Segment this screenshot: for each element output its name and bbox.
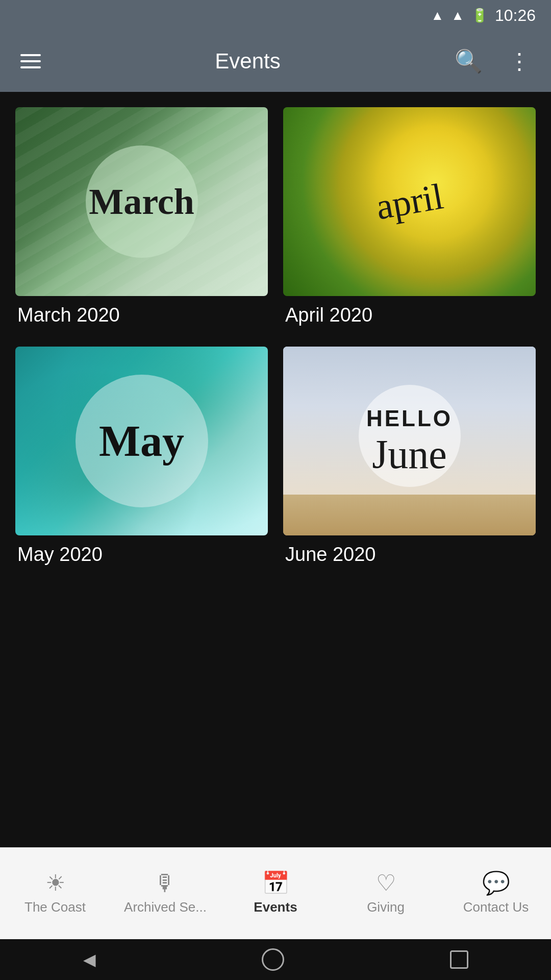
recents-square	[450, 950, 468, 969]
signal-icon: ▲	[451, 8, 464, 23]
june-hello-text: HELLO	[366, 405, 453, 432]
nav-item-the-coast[interactable]: ☀ The Coast	[0, 864, 110, 923]
may-circle: May	[76, 375, 208, 507]
event-card-march-2020[interactable]: March March 2020	[15, 107, 268, 326]
android-nav-bar: ◀	[0, 939, 551, 980]
home-circle	[262, 948, 284, 971]
heart-icon: ♡	[376, 872, 396, 894]
app-bar: Events 🔍 ⋮	[0, 31, 551, 92]
coast-icon: ☀	[45, 872, 65, 894]
event-label-april: April 2020	[283, 304, 536, 326]
nav-item-contact-us[interactable]: 💬 Contact Us	[441, 864, 551, 923]
event-image-march: March	[15, 107, 268, 296]
search-button[interactable]: 🔍	[449, 45, 488, 78]
hamburger-line	[20, 60, 41, 62]
event-label-june: June 2020	[283, 544, 536, 566]
nav-label-contact-us: Contact Us	[463, 899, 529, 915]
march-month-text: March	[89, 181, 194, 223]
android-home-button[interactable]	[262, 948, 284, 971]
nav-item-events[interactable]: 📅 Events	[220, 864, 331, 923]
nav-label-the-coast: The Coast	[24, 899, 86, 915]
events-grid: March March 2020 april April 2020 May Ma…	[15, 107, 536, 566]
wifi-icon: ▲	[431, 8, 444, 23]
nav-label-events: Events	[254, 899, 297, 915]
calendar-icon: 📅	[262, 872, 290, 894]
main-content: March March 2020 april April 2020 May Ma…	[0, 92, 551, 847]
may-month-text: May	[99, 415, 184, 467]
event-image-may: May	[15, 347, 268, 535]
event-label-may: May 2020	[15, 544, 268, 566]
battery-icon: 🔋	[471, 8, 488, 23]
page-title: Events	[61, 49, 434, 74]
event-image-june: HELLO June	[283, 347, 536, 535]
june-month-text: June	[366, 432, 453, 477]
nav-item-giving[interactable]: ♡ Giving	[331, 864, 441, 923]
android-back-button[interactable]: ◀	[83, 950, 96, 969]
nav-item-archived-sermons[interactable]: 🎙 Archived Se...	[110, 864, 220, 923]
nav-label-giving: Giving	[367, 899, 405, 915]
event-image-april: april	[283, 107, 536, 296]
nav-label-archived-sermons: Archived Se...	[124, 899, 207, 915]
more-options-button[interactable]: ⋮	[503, 45, 536, 78]
hamburger-menu-button[interactable]	[15, 49, 46, 74]
event-card-may-2020[interactable]: May May 2020	[15, 347, 268, 566]
hamburger-line	[20, 54, 41, 56]
march-circle: March	[86, 145, 198, 258]
april-month-text: april	[372, 175, 446, 229]
event-label-march: March 2020	[15, 304, 268, 326]
june-text-overlay: HELLO June	[366, 405, 453, 477]
chat-icon: 💬	[482, 872, 510, 894]
status-time: 10:26	[495, 6, 536, 25]
microphone-icon: 🎙	[154, 872, 177, 894]
android-recents-button[interactable]	[450, 950, 468, 969]
bottom-navigation: ☀ The Coast 🎙 Archived Se... 📅 Events ♡ …	[0, 847, 551, 939]
status-icons: ▲ ▲ 🔋 10:26	[431, 6, 536, 25]
event-card-april-2020[interactable]: april April 2020	[283, 107, 536, 326]
status-bar: ▲ ▲ 🔋 10:26	[0, 0, 551, 31]
event-card-june-2020[interactable]: HELLO June June 2020	[283, 347, 536, 566]
hamburger-line	[20, 66, 41, 68]
